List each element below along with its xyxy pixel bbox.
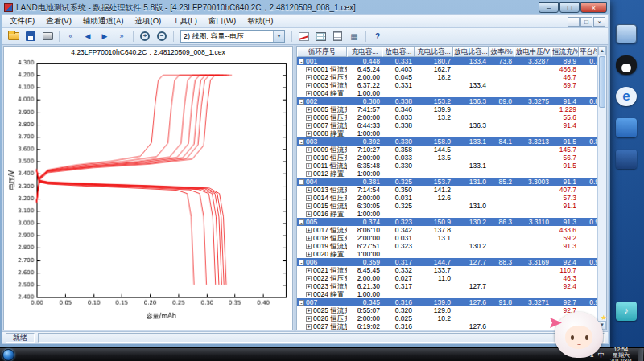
expand-box[interactable]: +: [306, 268, 312, 273]
step-row[interactable]: +0014 恒压充电2:00:000.03112.657.3: [297, 194, 597, 202]
print-icon[interactable]: [39, 29, 56, 43]
step-row[interactable]: +0015 恒流放电6:30:050.325131.091.1: [297, 202, 597, 210]
qq-icon[interactable]: [616, 55, 637, 75]
menu-item[interactable]: 选项(O): [129, 15, 167, 27]
show-desktop-button[interactable]: [638, 348, 643, 361]
menu-item[interactable]: 帮助(H): [242, 15, 279, 27]
expand-box[interactable]: +: [306, 284, 312, 289]
expand-box[interactable]: -: [299, 139, 304, 145]
expand-box[interactable]: +: [306, 91, 312, 96]
expand-box[interactable]: -: [299, 300, 304, 306]
expand-box[interactable]: +: [306, 115, 312, 121]
step-row[interactable]: +0001 恒流充电6:45:240.403162.7486.8: [297, 65, 597, 73]
column-header[interactable]: 平台/%: [579, 47, 597, 57]
save-icon[interactable]: [23, 29, 39, 43]
expand-box[interactable]: +: [306, 131, 312, 137]
table-scrollbar[interactable]: ▲ ▼: [597, 47, 606, 330]
first-page-icon[interactable]: «: [63, 29, 79, 43]
cycle-summary-row[interactable]: -0020.3800.338153.2136.389.03.327591.40.…: [297, 97, 597, 105]
step-row[interactable]: +0005 恒流充电7:41:570.346139.91.229: [297, 105, 597, 113]
line-chart-icon[interactable]: [295, 29, 312, 43]
menu-item[interactable]: 文件(F): [4, 15, 40, 27]
chart-canvas[interactable]: [4, 56, 292, 330]
mdi-close-button[interactable]: ×: [593, 17, 605, 27]
mdi-restore-button[interactable]: □: [580, 17, 592, 27]
menu-item[interactable]: 查看(V): [40, 15, 77, 27]
expand-box[interactable]: +: [306, 252, 312, 257]
expand-box[interactable]: +: [306, 147, 312, 153]
step-row[interactable]: +0006 恒压充电2:00:000.03313.255.6: [297, 113, 597, 121]
scrollbar-thumb[interactable]: [599, 56, 605, 108]
step-row[interactable]: +0023 恒流放电6:21:300.317127.792.4: [297, 282, 597, 290]
grid-view-icon[interactable]: ▦: [346, 29, 362, 43]
plot-type-combobox[interactable]: 2) 线图: 容量--电压 ▼: [180, 30, 285, 43]
step-row[interactable]: +0003 恒流放电6:37:220.331133.489.7: [297, 81, 597, 89]
prev-page-icon[interactable]: ◀: [80, 29, 96, 43]
cycle-summary-row[interactable]: -0040.3810.325153.7131.085.23.300391.10.…: [297, 178, 597, 186]
mdi-minimize-button[interactable]: –: [568, 17, 580, 27]
step-row[interactable]: +0016 静置1:00:00: [297, 210, 597, 218]
app-blue-icon[interactable]: [616, 118, 637, 137]
chevron-down-icon[interactable]: ▼: [273, 31, 284, 42]
column-header[interactable]: 恒流充/%: [551, 47, 579, 57]
taskbar-clock[interactable]: 12:54 星期六 2012/8/4: [608, 347, 634, 361]
cycle-summary-row[interactable]: -0030.3920.330158.0133.184.13.321391.50.…: [297, 137, 597, 146]
maximize-button[interactable]: □: [559, 2, 580, 13]
expand-box[interactable]: +: [306, 187, 312, 193]
expand-box[interactable]: +: [306, 316, 312, 322]
expand-box[interactable]: +: [306, 123, 312, 129]
expand-box[interactable]: +: [306, 171, 312, 177]
expand-box[interactable]: -: [299, 59, 304, 64]
step-row[interactable]: +0013 恒流充电7:14:540.350141.2407.7: [297, 186, 597, 194]
cycle-summary-row[interactable]: -0010.4480.331180.7133.473.83.328789.90.…: [297, 57, 597, 65]
column-header[interactable]: 放电比容...: [453, 47, 489, 57]
open-file-icon[interactable]: [6, 29, 22, 43]
data-table-icon[interactable]: [312, 29, 328, 43]
help-icon[interactable]: ?: [369, 29, 386, 43]
expand-box[interactable]: +: [306, 75, 312, 80]
calculator-icon[interactable]: [616, 24, 637, 43]
menu-item[interactable]: 辅助通道(A): [77, 15, 130, 27]
media-player-icon[interactable]: ♪: [616, 302, 637, 321]
expand-box[interactable]: +: [306, 163, 312, 169]
column-header[interactable]: 充电比容...: [415, 47, 453, 57]
expand-box[interactable]: -: [299, 260, 304, 265]
expand-box[interactable]: +: [306, 83, 312, 88]
expand-box[interactable]: +: [306, 67, 312, 72]
expand-box[interactable]: +: [306, 292, 312, 297]
step-row[interactable]: +0017 恒流充电8:06:100.342137.8433.6: [297, 226, 597, 234]
expand-box[interactable]: +: [306, 324, 312, 330]
app-navy-icon[interactable]: [616, 150, 637, 169]
column-header[interactable]: 放电容...: [382, 47, 415, 57]
ie-browser-icon[interactable]: e: [616, 87, 637, 106]
expand-box[interactable]: -: [299, 179, 304, 185]
step-row[interactable]: +0002 恒压充电2:00:000.04518.246.7: [297, 73, 597, 81]
mascot-widget[interactable]: ★: [549, 310, 609, 360]
step-row[interactable]: +0011 恒流放电6:35:480.330133.191.5: [297, 162, 597, 170]
step-row[interactable]: +0007 恒流放电6:44:330.338136.391.4: [297, 121, 597, 129]
step-row[interactable]: +0021 恒流充电8:45:450.332133.7110.7: [297, 266, 597, 274]
zoom-in-icon[interactable]: +: [137, 29, 153, 43]
column-header[interactable]: 循环序号: [297, 47, 347, 57]
expand-box[interactable]: +: [306, 236, 312, 241]
expand-box[interactable]: +: [306, 211, 312, 217]
last-page-icon[interactable]: »: [114, 29, 130, 43]
cycle-summary-row[interactable]: -0070.3450.316139.0127.691.83.327192.70.…: [297, 298, 597, 306]
expand-box[interactable]: -: [299, 99, 304, 105]
expand-box[interactable]: +: [306, 228, 312, 233]
scroll-up-icon[interactable]: ▲: [598, 47, 606, 55]
expand-box[interactable]: +: [306, 155, 312, 161]
expand-box[interactable]: +: [306, 308, 312, 314]
step-row[interactable]: +0008 静置1:00:00: [297, 129, 597, 137]
expand-box[interactable]: +: [306, 107, 312, 113]
step-row[interactable]: +0010 恒压充电2:00:000.03313.556.7: [297, 154, 597, 162]
menu-item[interactable]: 窗口(W): [203, 15, 242, 27]
zoom-out-icon[interactable]: −: [154, 29, 170, 43]
next-page-icon[interactable]: ▶: [97, 29, 113, 43]
start-button[interactable]: [2, 349, 14, 361]
step-row[interactable]: +0004 静置1:00:00: [297, 89, 597, 97]
step-row[interactable]: +0022 恒压充电2:00:000.02711.046.3: [297, 274, 597, 282]
column-header[interactable]: 放电中压/V: [514, 47, 551, 57]
column-header[interactable]: 效率/%: [489, 47, 514, 57]
minimize-button[interactable]: –: [539, 2, 559, 13]
